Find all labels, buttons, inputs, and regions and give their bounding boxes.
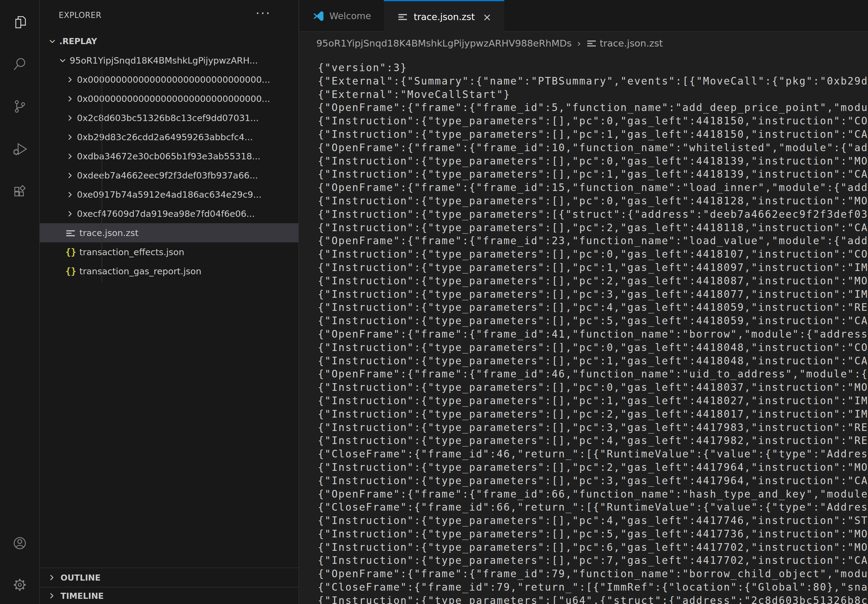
code-line: {"Instruction":{"type_parameters":[],"pc… <box>318 541 868 554</box>
extensions-icon <box>12 184 28 201</box>
code-line: {"Instruction":{"type_parameters":[],"pc… <box>318 261 868 274</box>
timeline-section-label: TIMELINE <box>60 591 104 601</box>
code-line: {"OpenFrame":{"frame":{"frame_id":41,"fu… <box>318 328 868 341</box>
code-line: {"Instruction":{"type_parameters":[],"pc… <box>318 394 868 407</box>
code-line: {"OpenFrame":{"frame":{"frame_id":66,"fu… <box>318 488 868 501</box>
chevron-right-icon[interactable] <box>65 171 74 180</box>
code-line: {"Instruction":{"type_parameters":[],"pc… <box>318 461 868 474</box>
close-icon[interactable]: × <box>483 11 491 23</box>
chevron-right-icon <box>47 573 56 582</box>
chevron-right-icon[interactable] <box>65 113 74 122</box>
code-line: {"Instruction":{"type_parameters":[],"pc… <box>318 274 868 288</box>
code-line: {"Instruction":{"type_parameters":[],"pc… <box>318 128 868 141</box>
code-line: {"OpenFrame":{"frame":{"frame_id":79,"fu… <box>318 567 868 581</box>
accounts-button[interactable] <box>12 536 28 552</box>
chevron-right-icon[interactable] <box>65 209 74 218</box>
breadcrumb-file[interactable]: trace.json.zst <box>600 38 663 49</box>
tab-welcome[interactable]: Welcome <box>299 0 384 32</box>
chevron-down-icon[interactable] <box>48 37 57 46</box>
settings-button[interactable] <box>12 578 28 593</box>
tree-item-label: 0xecf47609d7da919ea98e7fd04f6e06... <box>77 209 255 219</box>
timeline-section-header[interactable]: TIMELINE <box>40 587 298 604</box>
tree-item[interactable]: {} 0x0000000000000000000000000000000... <box>40 89 298 108</box>
tree-item-label: 0xdeeb7a4662eec9f2f3def03fb937a66... <box>77 170 258 181</box>
tree-item-label: .REPLAY <box>59 37 97 46</box>
explorer-tab-button[interactable] <box>12 15 28 31</box>
chevron-right-icon[interactable] <box>65 94 74 104</box>
code-line: {"Instruction":{"type_parameters":[],"pc… <box>318 248 868 261</box>
outline-section-header[interactable]: OUTLINE <box>40 567 298 587</box>
tree-item[interactable]: {} 0x2c8d603bc51326b8c13cef9dd07031... <box>40 108 298 127</box>
tree-item[interactable]: {} 0xecf47609d7da919ea98e7fd04f6e06... <box>40 204 298 223</box>
tab-label: trace.json.zst <box>414 12 475 22</box>
tree-item-label: 0x2c8d603bc51326b8c13cef9dd07031... <box>77 113 259 123</box>
tree-item-label: 0x0000000000000000000000000000000... <box>77 74 270 85</box>
source-control-tab-button[interactable] <box>12 99 28 115</box>
tree-item-label: 0xb29d83c26cdd2a64959263abbcfc4... <box>77 132 253 142</box>
chevron-right-icon: › <box>577 38 581 49</box>
tree-item[interactable]: {} 0xdba34672e30cb065b1f93e3ab55318... <box>40 147 298 166</box>
code-line: {"CloseFrame":{"frame_id":46,"return_":[… <box>318 448 868 461</box>
json-file-icon: {} <box>65 247 76 258</box>
tree-item[interactable]: {} 0x0000000000000000000000000000000... <box>40 70 298 89</box>
tab-trace-json-zst[interactable]: trace.json.zst × <box>384 0 504 33</box>
chevron-down-icon[interactable] <box>58 56 67 65</box>
activity-bar <box>0 0 40 604</box>
sidebar-title: EXPLORER <box>59 11 102 20</box>
tree-item-label: trace.json.zst <box>79 228 138 238</box>
tree-item-label: 0xe0917b74a5912e4ad186ac634e29c9... <box>77 189 262 200</box>
code-line: {"Instruction":{"type_parameters":[],"pc… <box>318 341 868 354</box>
tree-item[interactable]: {} transaction_effects.json <box>40 242 298 262</box>
breadcrumb-folder[interactable]: 95oR1YipjSnqd18K4BMshkLgPijypwzARHV988eR… <box>316 38 572 49</box>
code-line: {"Instruction":{"type_parameters":[],"pc… <box>318 155 868 168</box>
explorer-sidebar: EXPLORER ··· {} .REPLAY {} 95oR1YipjSnqd… <box>40 0 299 604</box>
tree-item[interactable]: {} 95oR1YipjSnqd18K4BMshkLgPijypwzARH... <box>40 51 298 70</box>
code-line: {"Instruction":{"type_parameters":[],"pc… <box>318 288 868 301</box>
tree-item-label: 95oR1YipjSnqd18K4BMshkLgPijypwzARH... <box>70 55 258 66</box>
search-tab-button[interactable] <box>12 57 28 73</box>
run-debug-tab-button[interactable] <box>12 142 28 158</box>
editor-code[interactable]: {"version":3}{"External":{"Summary":{"na… <box>299 54 868 604</box>
code-line: {"Instruction":{"type_parameters":[{"str… <box>318 208 868 221</box>
tree-item[interactable]: {} 0xb29d83c26cdd2a64959263abbcfc4... <box>40 127 298 147</box>
code-line: {"Instruction":{"type_parameters":[],"pc… <box>318 434 868 448</box>
code-line: {"OpenFrame":{"frame":{"frame_id":15,"fu… <box>318 181 868 194</box>
files-icon <box>12 14 28 31</box>
code-line: {"External":{"Summary":{"name":"PTBSumma… <box>318 74 868 88</box>
code-line: {"OpenFrame":{"frame":{"frame_id":10,"fu… <box>318 141 868 155</box>
chevron-right-icon <box>47 591 56 600</box>
gear-icon <box>12 577 28 594</box>
tree-item[interactable]: {} trace.json.zst <box>40 223 298 242</box>
code-line: {"Instruction":{"type_parameters":[],"pc… <box>318 314 868 328</box>
sidebar-header: EXPLORER ··· <box>40 0 298 30</box>
outline-section-label: OUTLINE <box>60 573 101 582</box>
tree-item[interactable]: {} 0xdeeb7a4662eec9f2f3def03fb937a66... <box>40 166 298 185</box>
chevron-right-icon[interactable] <box>65 190 74 199</box>
code-line: {"Instruction":{"type_parameters":[],"pc… <box>318 381 868 394</box>
vscode-window: EXPLORER ··· {} .REPLAY {} 95oR1YipjSnqd… <box>0 0 868 604</box>
code-line: {"Instruction":{"type_parameters":["u64"… <box>318 594 868 604</box>
chevron-right-icon[interactable] <box>65 133 74 142</box>
account-icon <box>12 535 28 552</box>
tree-item[interactable]: {} .REPLAY <box>40 32 298 51</box>
chevron-right-icon[interactable] <box>65 152 74 161</box>
code-line: {"Instruction":{"type_parameters":[],"pc… <box>318 194 868 208</box>
more-actions-icon[interactable]: ··· <box>256 4 271 23</box>
code-line: {"version":3} <box>318 61 868 74</box>
search-icon <box>12 56 28 73</box>
editor-group: Welcome trace.json.zst × 95oR1YipjSnqd18… <box>299 0 868 604</box>
code-line: {"Instruction":{"type_parameters":[],"pc… <box>318 554 868 567</box>
compressed-file-icon <box>397 11 409 23</box>
code-line: {"OpenFrame":{"frame":{"frame_id":23,"fu… <box>318 234 868 248</box>
code-line: {"Instruction":{"type_parameters":[],"pc… <box>318 115 868 128</box>
code-line: {"Instruction":{"type_parameters":[],"pc… <box>318 221 868 234</box>
chevron-right-icon[interactable] <box>65 75 74 84</box>
indent-guide <box>102 71 102 283</box>
tree-item[interactable]: {} transaction_gas_report.json <box>40 262 298 281</box>
file-tree: {} .REPLAY {} 95oR1YipjSnqd18K4BMshkLgPi… <box>40 32 298 281</box>
code-line: {"Instruction":{"type_parameters":[],"pc… <box>318 421 868 434</box>
tree-item-label: transaction_gas_report.json <box>79 266 202 276</box>
code-line: {"Instruction":{"type_parameters":[],"pc… <box>318 527 868 541</box>
extensions-tab-button[interactable] <box>12 184 28 200</box>
tree-item[interactable]: {} 0xe0917b74a5912e4ad186ac634e29c9... <box>40 185 298 204</box>
